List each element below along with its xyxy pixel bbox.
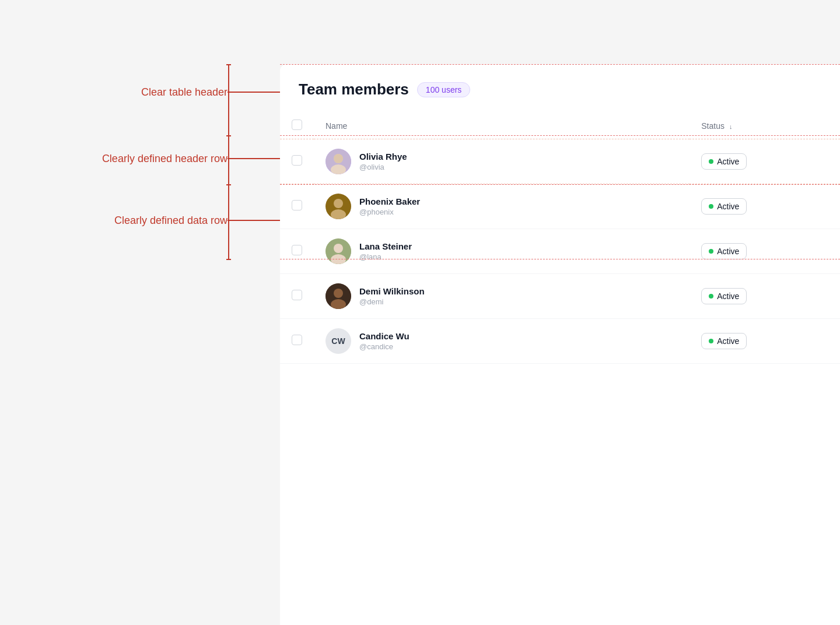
data-table: Name Status ↓ Olivia Rhye @olivia: [280, 113, 840, 364]
header-bottom-dashed-line: [280, 184, 840, 185]
row-status-cell: Active: [690, 319, 840, 364]
main-content: Team members 100 users Name Status ↓: [280, 64, 840, 625]
user-name: Lana Steiner: [359, 241, 412, 251]
row-user-cell: CW Candice Wu @candice: [314, 319, 690, 364]
svg-point-3: [334, 154, 343, 163]
table-title: Team members: [299, 80, 409, 99]
row-checkbox-cell: [280, 184, 314, 229]
v-bracket-data-row: [228, 184, 229, 259]
user-info: Candice Wu @candice: [359, 331, 410, 351]
status-badge: Active: [701, 198, 747, 215]
v-bracket-header: [228, 64, 229, 135]
annotation-clear-header-line: [228, 92, 280, 93]
th-status-label: Status: [701, 121, 724, 131]
status-badge: Active: [701, 333, 747, 349]
status-dot: [709, 294, 713, 299]
avatar: [326, 238, 351, 264]
row-checkbox-cell: [280, 319, 314, 364]
status-dot: [709, 204, 713, 209]
row-status-cell: Active: [690, 229, 840, 274]
user-name: Demi Wilkinson: [359, 286, 425, 296]
table-row: Olivia Rhye @olivia Active: [280, 139, 840, 184]
tick-dr-top: [226, 184, 231, 185]
row-user-cell: Phoenix Baker @phoenix: [314, 184, 690, 229]
avatar: [326, 194, 351, 219]
user-name: Phoenix Baker: [359, 196, 420, 206]
user-handle: @demi: [359, 297, 425, 306]
tick-hr-bottom: [226, 184, 231, 185]
status-label: Active: [717, 247, 739, 256]
user-info: Phoenix Baker @phoenix: [359, 196, 420, 216]
annotation-data-row-label: Clearly defined data row: [114, 215, 228, 227]
th-name-label: Name: [326, 121, 347, 131]
user-handle: @olivia: [359, 163, 407, 171]
user-info: Demi Wilkinson @demi: [359, 286, 425, 306]
row-checkbox[interactable]: [292, 155, 302, 166]
row-status-cell: Active: [690, 274, 840, 319]
row-checkbox-cell: [280, 229, 314, 274]
user-handle: @phoenix: [359, 208, 420, 216]
row-status-cell: Active: [690, 184, 840, 229]
table-row: Demi Wilkinson @demi Active: [280, 274, 840, 319]
annotation-data-row-line: [228, 220, 280, 221]
row-user-cell: Olivia Rhye @olivia: [314, 139, 690, 184]
status-badge: Active: [701, 288, 747, 304]
status-label: Active: [717, 292, 739, 301]
row-checkbox-cell: [280, 274, 314, 319]
table-row: CW Candice Wu @candice Active: [280, 319, 840, 364]
row-checkbox[interactable]: [292, 290, 302, 300]
user-count-badge: 100 users: [417, 82, 470, 97]
svg-point-5: [334, 199, 343, 208]
row-checkbox[interactable]: [292, 245, 302, 255]
tick-hr-top: [226, 135, 231, 136]
avatar: CW: [326, 328, 351, 354]
status-label: Active: [717, 202, 739, 211]
status-label: Active: [717, 157, 739, 166]
row-checkbox[interactable]: [292, 200, 302, 210]
row-checkbox-cell: [280, 139, 314, 184]
user-info: Lana Steiner @lana: [359, 241, 412, 261]
sort-icon[interactable]: ↓: [729, 123, 733, 130]
avatar: [326, 283, 351, 309]
table-row: Lana Steiner @lana Active: [280, 229, 840, 274]
svg-point-8: [334, 244, 343, 253]
status-dot: [709, 159, 713, 164]
row-user-cell: Demi Wilkinson @demi: [314, 274, 690, 319]
header-checkbox[interactable]: [292, 120, 302, 130]
row-checkbox[interactable]: [292, 335, 302, 345]
status-label: Active: [717, 336, 739, 346]
user-name: Candice Wu: [359, 331, 410, 341]
annotation-header-row-label: Clearly defined header row: [102, 153, 228, 165]
status-dot: [709, 249, 713, 254]
user-handle: @lana: [359, 252, 412, 261]
row1-bottom-dashed-line: [280, 259, 840, 259]
status-badge: Active: [701, 153, 747, 170]
tick-bottom: [226, 135, 231, 136]
v-bracket-header-row: [228, 135, 229, 184]
row-user-cell: Lana Steiner @lana: [314, 229, 690, 274]
header-top-dashed-line: [280, 135, 840, 136]
status-badge: Active: [701, 243, 747, 259]
table-row: Phoenix Baker @phoenix Active: [280, 184, 840, 229]
user-handle: @candice: [359, 342, 410, 351]
annotation-clear-header-label: Clear table header: [141, 86, 228, 99]
table-title-section: Team members 100 users: [280, 64, 840, 113]
avatar: [326, 149, 351, 174]
tick-top: [226, 64, 231, 65]
svg-point-11: [334, 289, 343, 298]
user-info: Olivia Rhye @olivia: [359, 152, 407, 171]
user-name: Olivia Rhye: [359, 152, 407, 161]
tick-dr-bottom: [226, 259, 231, 260]
top-dashed-line: [280, 64, 840, 65]
row-status-cell: Active: [690, 139, 840, 184]
status-dot: [709, 339, 713, 343]
annotation-header-row-line: [228, 158, 280, 159]
